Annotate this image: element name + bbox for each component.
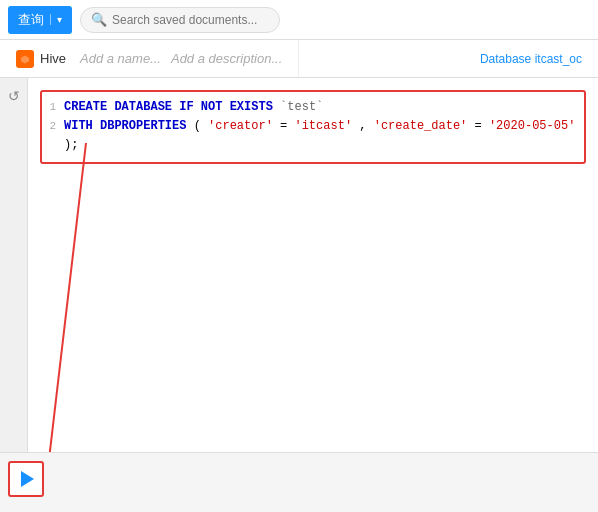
keyword-if: IF [179,100,193,114]
run-button[interactable] [8,461,44,497]
keyword-dbproperties: DBPROPERTIES [100,119,186,133]
top-toolbar: 查询 ▾ 🔍 [0,0,598,40]
keyword-with: WITH [64,119,93,133]
database-label: Database itcast_oc [480,52,598,66]
keyword-create: CREATE [64,100,107,114]
left-sidebar: ↺ [0,78,28,452]
line-content-2: WITH DBPROPERTIES ( 'creator' = 'itcast'… [64,117,584,155]
tab-name-label: Hive [40,51,66,66]
keyword-exists: EXISTS [230,100,273,114]
database-value: itcast_oc [535,52,582,66]
query-button[interactable]: 查询 ▾ [8,6,72,34]
main-area: ↺ 1 CREATE DATABASE IF NOT EXISTS `test` [0,78,598,452]
line-content-1: CREATE DATABASE IF NOT EXISTS `test` [64,98,584,117]
play-icon [21,471,34,487]
code-line-1: 1 CREATE DATABASE IF NOT EXISTS `test` [42,98,584,117]
str-date-val: '2020-05-05' [489,119,575,133]
code-line-2: 2 WITH DBPROPERTIES ( 'creator' = 'itcas… [42,117,584,155]
line-number-1: 1 [42,98,64,117]
hive-tab[interactable]: Hive Add a name... Add a description... [0,40,299,77]
hive-icon [16,50,34,68]
refresh-icon[interactable]: ↺ [4,86,24,106]
sql-editor[interactable]: 1 CREATE DATABASE IF NOT EXISTS `test` 2 [40,90,586,164]
add-desc-label[interactable]: Add a description... [171,51,282,66]
dropdown-arrow-icon[interactable]: ▾ [50,14,62,25]
hive-logo-svg [18,52,32,66]
query-button-label: 查询 [18,11,44,29]
bottom-bar [0,452,598,512]
editor-area[interactable]: 1 CREATE DATABASE IF NOT EXISTS `test` 2 [28,78,598,452]
line-number-2: 2 [42,117,64,136]
keyword-not: NOT [201,100,223,114]
search-icon: 🔍 [91,12,107,27]
svg-line-2 [48,143,86,452]
db-name-tick: `test` [280,100,323,114]
str-date-key: 'create_date' [374,119,468,133]
search-box: 🔍 [80,7,280,33]
keyword-database: DATABASE [114,100,172,114]
add-name-label[interactable]: Add a name... [80,51,161,66]
str-creator-val: 'itcast' [294,119,352,133]
tab-bar: Hive Add a name... Add a description... … [0,40,598,78]
str-creator-key: 'creator' [208,119,273,133]
search-input[interactable] [112,13,269,27]
